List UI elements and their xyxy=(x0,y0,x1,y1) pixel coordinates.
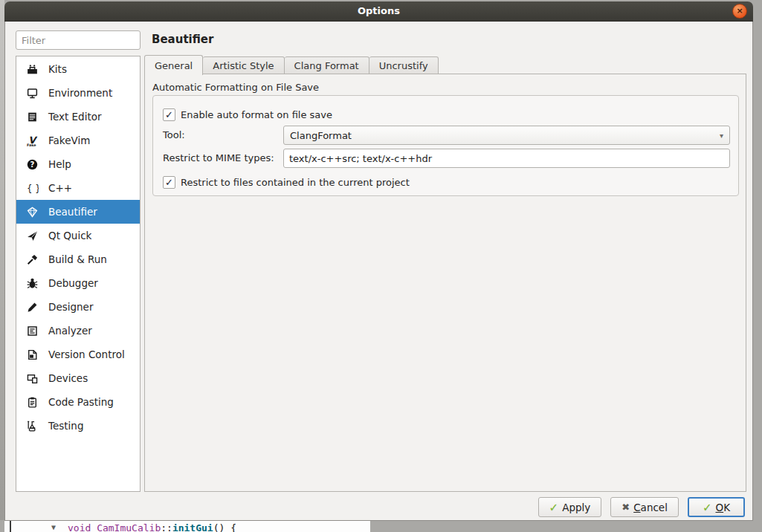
sidebar-item-label: Build & Run xyxy=(48,253,107,265)
sidebar-item-help[interactable]: ? Help xyxy=(16,152,140,176)
sidebar-item-label: Environment xyxy=(48,87,112,99)
sidebar-item-testing[interactable]: Testing xyxy=(16,414,140,438)
screens-icon xyxy=(26,372,39,385)
toolbox-icon xyxy=(26,63,39,76)
sidebar-item-label: Designer xyxy=(48,301,93,313)
code-fold-icon[interactable]: ▼ xyxy=(51,523,56,531)
sidebar-item-label: FakeVim xyxy=(48,134,90,146)
tool-combobox-value: ClangFormat xyxy=(290,130,352,141)
bug-icon xyxy=(26,277,39,290)
restrict-project-label[interactable]: Restrict to files contained in the curre… xyxy=(181,177,410,188)
sidebar-item-kits[interactable]: Kits xyxy=(16,57,140,81)
tab-artistic-style[interactable]: Artistic Style xyxy=(203,56,284,74)
sidebar-item-version-control[interactable]: Version Control xyxy=(16,343,140,366)
beautifier-tabbar: General Artistic Style Clang Format Uncr… xyxy=(144,54,439,74)
sidebar-item-label: Qt Quick xyxy=(48,230,91,241)
vim-icon: VFake xyxy=(26,134,39,147)
sidebar-item-label: Help xyxy=(48,158,71,170)
cancel-button-label: Cancel xyxy=(633,502,668,513)
clipboard-icon xyxy=(26,396,39,409)
monitor-icon xyxy=(26,87,39,100)
sidebar-item-debugger[interactable]: Debugger xyxy=(16,271,140,295)
svg-text:Fake: Fake xyxy=(27,143,36,146)
document-lines-icon xyxy=(26,111,39,123)
ok-button[interactable]: ✓ OK xyxy=(688,497,745,517)
cross-icon: ✖ xyxy=(621,502,630,513)
ok-button-label: OK xyxy=(716,502,731,513)
tab-general[interactable]: General xyxy=(144,55,203,75)
groupbox-title: Automatic Formatting on File Save xyxy=(152,82,319,93)
chevron-down-icon: ▾ xyxy=(720,132,723,140)
analyzer-chart-icon xyxy=(26,325,39,337)
sidebar-item-designer[interactable]: Designer xyxy=(16,295,140,319)
svg-text:?: ? xyxy=(30,160,35,168)
paper-plane-icon xyxy=(26,230,39,242)
svg-text:{ }: { } xyxy=(27,183,39,193)
tab-clang-format[interactable]: Clang Format xyxy=(285,56,369,74)
sidebar-item-label: Code Pasting xyxy=(48,396,114,408)
filter-input[interactable] xyxy=(16,30,141,50)
sidebar-item-label: Kits xyxy=(48,63,67,75)
sidebar-item-beautifier[interactable]: Beautifier xyxy=(16,200,140,224)
options-category-list: Kits Environment Text Editor VFake FakeV… xyxy=(16,56,141,492)
sidebar-item-code-pasting[interactable]: Code Pasting xyxy=(16,390,140,414)
pencil-icon xyxy=(26,301,39,314)
sidebar-item-label: Debugger xyxy=(48,277,98,289)
titlebar[interactable]: Options × xyxy=(4,1,753,22)
apply-button[interactable]: ✓ Apply xyxy=(538,497,602,517)
mime-types-label: Restrict to MIME types: xyxy=(163,152,274,163)
sidebar-item-fakevim[interactable]: VFake FakeVim xyxy=(16,129,140,152)
enable-auto-format-checkbox[interactable]: ✓ xyxy=(163,108,175,121)
sidebar-item-label: Devices xyxy=(48,372,88,384)
window-title: Options xyxy=(4,5,753,16)
enable-auto-format-checkbox-row: ✓ Enable auto format on file save xyxy=(163,108,332,121)
sidebar-item-build-run[interactable]: Build & Run xyxy=(16,247,140,271)
sidebar-item-qt-quick[interactable]: Qt Quick xyxy=(16,224,140,247)
diamond-icon xyxy=(26,206,39,218)
options-dialog: Options × Kits Environment Text Editor V… xyxy=(4,1,753,521)
tool-combobox[interactable]: ClangFormat ▾ xyxy=(283,126,730,145)
braces-icon: { } xyxy=(26,182,39,195)
enable-auto-format-label[interactable]: Enable auto format on file save xyxy=(181,109,332,120)
apply-button-label: Apply xyxy=(562,502,590,513)
sidebar-item-analyzer[interactable]: Analyzer xyxy=(16,319,140,343)
close-icon[interactable]: × xyxy=(732,4,747,19)
sidebar-item-label: Analyzer xyxy=(48,325,92,337)
restrict-project-checkbox-row: ✓ Restrict to files contained in the cur… xyxy=(163,176,410,189)
code-text: void CamImuCalib::initGui() { xyxy=(68,522,236,532)
sidebar-item-text-editor[interactable]: Text Editor xyxy=(16,105,140,129)
sidebar-item-label: Beautifier xyxy=(48,206,97,218)
flask-icon xyxy=(26,420,39,432)
sidebar-item-cpp[interactable]: { } C++ xyxy=(16,176,140,200)
sidebar-item-label: C++ xyxy=(48,182,72,194)
check-icon: ✓ xyxy=(703,501,712,514)
background-code-editor: 89 ▼ void CamImuCalib::initGui() { xyxy=(4,521,370,532)
mime-types-input[interactable] xyxy=(283,149,730,168)
tab-uncrustify[interactable]: Uncrustify xyxy=(369,56,439,74)
question-circle-icon: ? xyxy=(26,158,39,171)
page-fold-icon xyxy=(26,348,39,361)
cancel-button[interactable]: ✖ Cancel xyxy=(610,497,679,517)
sidebar-item-devices[interactable]: Devices xyxy=(16,366,140,390)
page-title: Beautifier xyxy=(152,33,213,46)
hammer-icon xyxy=(26,253,39,266)
sidebar-item-label: Text Editor xyxy=(48,111,102,123)
sidebar-item-label: Testing xyxy=(48,420,83,432)
check-icon: ✓ xyxy=(549,501,559,514)
sidebar-item-environment[interactable]: Environment xyxy=(16,81,140,105)
restrict-project-checkbox[interactable]: ✓ xyxy=(163,176,175,189)
dialog-buttons: ✓ Apply ✖ Cancel ✓ OK xyxy=(538,497,745,517)
sidebar-item-label: Version Control xyxy=(48,348,125,360)
tool-label: Tool: xyxy=(163,129,185,140)
